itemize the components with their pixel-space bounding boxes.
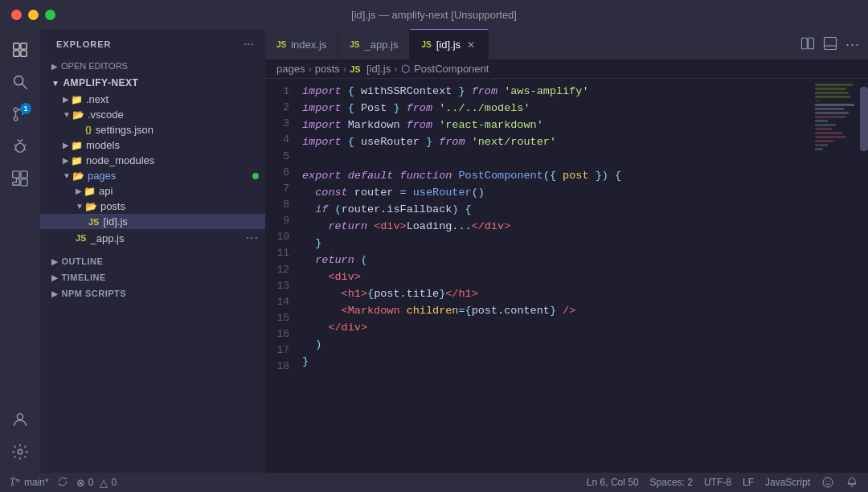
tab-close-icon[interactable]: ✕ xyxy=(465,38,477,52)
tab-id-js[interactable]: JS [id].js ✕ xyxy=(410,29,489,59)
svg-point-28 xyxy=(829,481,829,482)
folder-pages[interactable]: ▼ 📂 pages xyxy=(40,168,265,183)
breadcrumb-sep-3: › xyxy=(394,63,397,75)
sync-icon xyxy=(57,476,68,490)
folder-models[interactable]: ▶ 📁 models xyxy=(40,137,265,153)
svg-rect-16 xyxy=(21,179,27,186)
breadcrumb-posts[interactable]: posts xyxy=(315,63,340,75)
settings-activity-icon[interactable] xyxy=(6,437,35,466)
language-label: JavaScript xyxy=(765,477,810,488)
status-right: Ln 6, Col 50 Spaces: 2 UTF-8 LF JavaScri… xyxy=(587,476,858,489)
toggle-panel-icon[interactable] xyxy=(823,36,837,53)
scrollbar-thumb[interactable] xyxy=(860,87,868,151)
status-spaces[interactable]: Spaces: 2 xyxy=(650,477,693,488)
outline-section[interactable]: ▶ OUTLINE xyxy=(40,253,265,269)
code-line-4: import { useRouter } from 'next/router' xyxy=(302,134,812,151)
spaces-label: Spaces: 2 xyxy=(650,477,693,488)
amplify-next-arrow: ▼ xyxy=(51,79,59,88)
status-language[interactable]: JavaScript xyxy=(765,477,810,488)
folder-next-icon: 📁 xyxy=(71,94,83,105)
minimize-button[interactable] xyxy=(28,10,39,20)
error-icon: ⊗ xyxy=(76,477,85,489)
ln-3: 3 xyxy=(265,116,299,132)
tab-app-js[interactable]: JS _app.js xyxy=(338,29,410,59)
svg-point-8 xyxy=(14,117,18,121)
encoding-label: UTF-8 xyxy=(704,477,731,488)
folder-posts-label: posts xyxy=(100,200,125,212)
breadcrumb-pages[interactable]: pages xyxy=(276,63,305,75)
folder-pages-arrow: ▼ xyxy=(63,171,71,180)
status-position[interactable]: Ln 6, Col 50 xyxy=(587,477,639,488)
npm-scripts-section[interactable]: ▶ NPM SCRIPTS xyxy=(40,285,265,301)
folder-vscode[interactable]: ▼ 📂 .vscode xyxy=(40,107,265,122)
tab-js-badge-app: JS xyxy=(350,40,359,49)
code-line-7: const router = useRouter() xyxy=(302,185,812,202)
status-sync[interactable] xyxy=(57,476,68,490)
status-notification-icon[interactable] xyxy=(845,476,858,489)
scrollbar-track[interactable] xyxy=(860,79,868,473)
split-editor-icon[interactable] xyxy=(800,36,815,53)
tab-js-badge-id: JS xyxy=(421,40,431,49)
code-line-15: </div> xyxy=(302,320,812,337)
svg-line-13 xyxy=(24,150,27,150)
ln-9: 9 xyxy=(265,213,299,229)
amplify-next-group[interactable]: ▼ AMPLIFY-NEXT xyxy=(40,74,265,92)
status-line-ending[interactable]: LF xyxy=(743,477,754,488)
more-actions-icon[interactable]: ··· xyxy=(845,36,860,53)
folder-posts[interactable]: ▼ 📂 posts xyxy=(40,199,265,214)
maximize-button[interactable] xyxy=(45,10,55,20)
file-settings-json[interactable]: {} settings.json xyxy=(40,122,265,137)
extensions-activity-icon[interactable] xyxy=(6,164,35,193)
folder-api[interactable]: ▶ 📁 api xyxy=(40,183,265,199)
file-settings-json-label: settings.json xyxy=(96,124,154,136)
ln-10: 10 xyxy=(265,229,299,245)
status-feedback-icon[interactable] xyxy=(821,476,834,489)
code-line-2: import { Post } from '../../models' xyxy=(302,100,812,117)
svg-point-27 xyxy=(825,481,826,482)
open-editors-group[interactable]: ▶ OPEN EDITORS xyxy=(40,58,265,74)
code-editor[interactable]: import { withSSRContext } from 'aws-ampl… xyxy=(299,79,812,473)
sidebar-menu-icon[interactable]: ··· xyxy=(244,37,254,51)
line-numbers: 1 2 3 4 5 6 7 8 9 10 11 12 13 14 15 16 1… xyxy=(265,79,299,473)
outline-label: OUTLINE xyxy=(62,256,104,266)
folder-next[interactable]: ▶ 📁 .next xyxy=(40,92,265,107)
breadcrumb-component[interactable]: ⬡ PostComponent xyxy=(401,63,489,75)
file-app-js[interactable]: JS _app.js ··· xyxy=(40,229,265,247)
timeline-section[interactable]: ▶ TIMELINE xyxy=(40,269,265,285)
status-branch[interactable]: main* xyxy=(10,476,49,490)
ln-4: 4 xyxy=(265,132,299,148)
cursor-position: Ln 6, Col 50 xyxy=(587,477,639,488)
tab-index-js[interactable]: JS index.js xyxy=(265,29,338,59)
folder-models-arrow: ▶ xyxy=(63,141,69,150)
folder-node-modules[interactable]: ▶ 📁 node_modules xyxy=(40,153,265,168)
folder-api-label: api xyxy=(99,185,113,197)
folder-pages-label: pages xyxy=(88,170,116,182)
folder-models-label: models xyxy=(86,139,120,151)
status-encoding[interactable]: UTF-8 xyxy=(704,477,731,488)
warning-icon: △ xyxy=(100,477,108,489)
account-activity-icon[interactable] xyxy=(6,405,35,434)
outline-arrow: ▶ xyxy=(51,257,59,266)
code-line-8: if (router.isFallback) { xyxy=(302,202,812,219)
sidebar-header: EXPLORER ··· xyxy=(40,29,265,58)
source-control-activity-icon[interactable]: 1 xyxy=(6,100,35,129)
code-container[interactable]: 1 2 3 4 5 6 7 8 9 10 11 12 13 14 15 16 1… xyxy=(265,79,868,473)
explorer-icon[interactable] xyxy=(6,35,35,64)
debug-activity-icon[interactable] xyxy=(6,132,35,161)
svg-rect-3 xyxy=(21,51,27,56)
folder-vscode-label: .vscode xyxy=(88,109,124,121)
code-line-10: } xyxy=(302,236,812,252)
status-errors[interactable]: ⊗ 0 △ 0 xyxy=(76,477,117,489)
ln-16: 16 xyxy=(265,326,299,342)
search-activity-icon[interactable] xyxy=(6,68,35,96)
breadcrumb: pages › posts › JS [id].js › ⬡ PostCompo… xyxy=(265,59,868,79)
ln-14: 14 xyxy=(265,294,299,310)
ln-17: 17 xyxy=(265,342,299,359)
svg-rect-0 xyxy=(14,43,19,49)
svg-rect-19 xyxy=(801,38,807,49)
warning-count: 0 xyxy=(111,477,117,488)
breadcrumb-file[interactable]: JS [id].js xyxy=(350,63,391,75)
file-id-js[interactable]: JS [id].js xyxy=(40,214,265,229)
component-icon: ⬡ xyxy=(401,63,410,75)
close-button[interactable] xyxy=(11,10,22,20)
